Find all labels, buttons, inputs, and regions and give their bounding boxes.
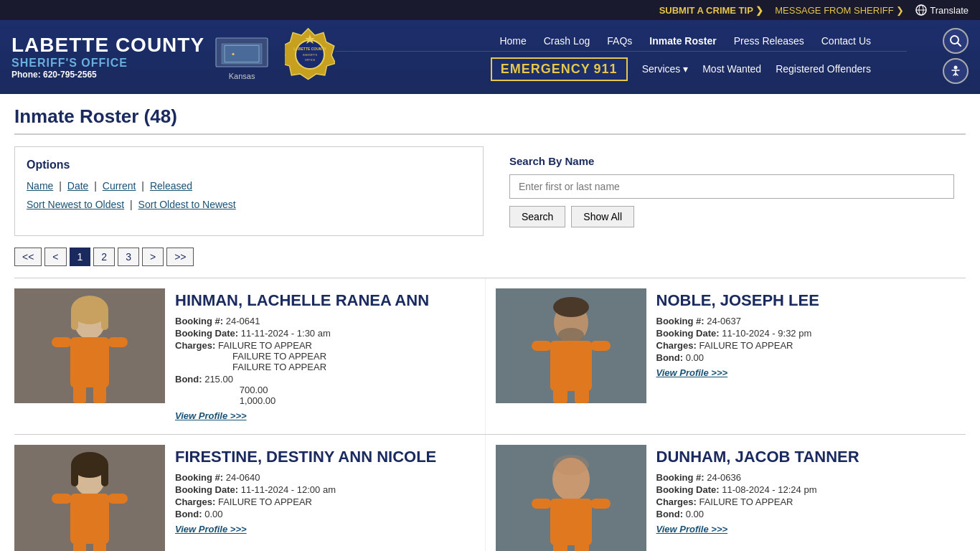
- booking-date-2: Booking Date: 11-10-2024 - 9:32 pm: [656, 328, 961, 339]
- inmate-silhouette-2: [496, 288, 646, 403]
- svg-rect-19: [70, 337, 109, 387]
- nav-press-releases[interactable]: Press Releases: [734, 35, 804, 47]
- logo-section: LABETTE COUNTY SHERIFF'S OFFICE Phone: 6…: [11, 20, 335, 94]
- bottom-nav: EMERGENCY 911 Services ▾ Most Wanted Reg…: [335, 52, 907, 87]
- view-profile-3[interactable]: View Profile >>>: [175, 524, 247, 534]
- page-last[interactable]: >>: [166, 248, 194, 266]
- page-1[interactable]: 1: [70, 248, 91, 266]
- filter-name[interactable]: Name: [27, 180, 53, 192]
- svg-rect-37: [101, 463, 108, 486]
- search-icon-button[interactable]: [943, 28, 969, 54]
- inmate-name-2: NOBLE, JOSEPH LEE: [656, 291, 961, 310]
- svg-rect-49: [553, 541, 567, 551]
- nav-crash-log[interactable]: Crash Log: [544, 35, 590, 47]
- inmate-grid: HINMAN, LACHELLE RANEA ANN Booking #: 24…: [14, 278, 966, 551]
- filter-current[interactable]: Current: [103, 180, 136, 192]
- crime-tip-link[interactable]: SUBMIT A CRIME TIP ❯: [659, 5, 764, 16]
- nav-contact-us[interactable]: Contact Us: [821, 35, 871, 47]
- sort-oldest[interactable]: Sort Oldest to Newest: [138, 199, 236, 210]
- kansas-map: Kansas: [213, 34, 270, 80]
- filter-links: Name | Date | Current | Released: [27, 180, 471, 192]
- phone: Phone: 620-795-2565: [11, 70, 204, 80]
- search-button[interactable]: Search: [509, 206, 565, 227]
- page-prev[interactable]: <: [44, 248, 66, 266]
- show-all-button[interactable]: Show All: [571, 206, 634, 227]
- nav-inmate-roster[interactable]: Inmate Roster: [649, 35, 716, 47]
- inmate-pair-1: HINMAN, LACHELLE RANEA ANN Booking #: 24…: [14, 278, 966, 434]
- svg-rect-28: [550, 341, 592, 391]
- view-profile-4[interactable]: View Profile >>>: [656, 524, 728, 534]
- page-next[interactable]: >: [142, 248, 164, 266]
- search-input[interactable]: [509, 174, 954, 199]
- inmate-photo-2: [496, 288, 646, 403]
- booking-date-4: Booking Date: 11-08-2024 - 12:24 pm: [656, 484, 961, 495]
- booking-num-2: Booking #: 24-0637: [656, 316, 961, 326]
- svg-rect-22: [73, 383, 86, 403]
- inmate-card-3: FIRESTINE, DESTINY ANN NICOLE Booking #:…: [14, 435, 485, 551]
- charges-1: Charges: FAILURE TO APPEAR FAILURE TO AP…: [175, 340, 479, 372]
- search-title: Search By Name: [509, 155, 954, 167]
- svg-point-45: [553, 455, 589, 475]
- svg-rect-30: [590, 341, 611, 351]
- inmate-info-1: HINMAN, LACHELLE RANEA ANN Booking #: 24…: [175, 288, 479, 424]
- badge-svg: LABETTE COUNTY SHERIFF'S OFFICE: [285, 27, 335, 85]
- svg-rect-20: [52, 337, 72, 347]
- emergency-number: 911: [594, 62, 618, 76]
- inmate-info-4: DUNHAM, JACOB TANNER Booking #: 24-0636 …: [656, 445, 961, 551]
- kansas-map-svg: [213, 34, 270, 70]
- svg-text:SHERIFF'S: SHERIFF'S: [303, 53, 318, 57]
- charges-3: Charges: FAILURE TO APPEAR: [175, 496, 479, 507]
- svg-text:OFFICE: OFFICE: [305, 58, 316, 62]
- svg-rect-46: [550, 499, 592, 545]
- inmate-pair-2: FIRESTINE, DESTINY ANN NICOLE Booking #:…: [14, 434, 966, 551]
- svg-point-13: [954, 65, 958, 69]
- filter-date[interactable]: Date: [67, 180, 89, 192]
- view-profile-2[interactable]: View Profile >>>: [656, 367, 728, 378]
- booking-date-1: Booking Date: 11-11-2024 - 1:30 am: [175, 328, 479, 339]
- bond-3: Bond: 0.00: [175, 509, 479, 519]
- booking-num-3: Booking #: 24-0640: [175, 472, 479, 483]
- sort-newest[interactable]: Sort Newest to Oldest: [27, 199, 124, 210]
- svg-rect-48: [590, 499, 611, 509]
- nav-most-wanted[interactable]: Most Wanted: [702, 63, 761, 75]
- main-nav: Home Crash Log FAQs Inmate Roster Press …: [335, 28, 969, 87]
- crime-tip-text: SUBMIT A CRIME TIP ❯: [659, 5, 764, 16]
- county-name: LABETTE COUNTY: [11, 34, 204, 57]
- inmate-info-2: NOBLE, JOSEPH LEE Booking #: 24-0637 Boo…: [656, 288, 961, 424]
- svg-point-26: [553, 297, 589, 317]
- page-first[interactable]: <<: [14, 248, 42, 266]
- globe-icon: [915, 4, 927, 16]
- accessibility-icon-button[interactable]: [943, 58, 969, 84]
- logo-text: LABETTE COUNTY SHERIFF'S OFFICE Phone: 6…: [11, 34, 204, 80]
- inmate-photo-4: [496, 445, 646, 551]
- charges-4: Charges: FAILURE TO APPEAR: [656, 496, 961, 507]
- nav-faqs[interactable]: FAQs: [607, 35, 632, 47]
- svg-rect-17: [71, 309, 78, 330]
- inmate-card-4: DUNHAM, JACOB TANNER Booking #: 24-0636 …: [485, 435, 966, 551]
- svg-rect-23: [93, 383, 106, 403]
- page-3[interactable]: 3: [118, 248, 139, 266]
- nav-services[interactable]: Services ▾: [642, 63, 689, 75]
- svg-rect-41: [73, 540, 86, 551]
- inmate-card-2: NOBLE, JOSEPH LEE Booking #: 24-0637 Boo…: [485, 278, 966, 434]
- filter-released[interactable]: Released: [150, 180, 192, 192]
- nav-home[interactable]: Home: [499, 35, 526, 47]
- options-box: Options Name | Date | Current | Released…: [14, 146, 484, 236]
- bond-4: Bond: 0.00: [656, 509, 961, 519]
- options-search-row: Options Name | Date | Current | Released…: [14, 146, 966, 236]
- sheriff-msg-link[interactable]: Message From SHERIFF ❯: [775, 5, 904, 16]
- translate-button[interactable]: Translate: [915, 4, 969, 16]
- nav-registered-offenders[interactable]: Registered Offenders: [776, 63, 871, 75]
- emergency-badge: EMERGENCY 911: [491, 57, 628, 81]
- view-profile-1[interactable]: View Profile >>>: [175, 410, 247, 421]
- page-title: Inmate Roster (48): [14, 105, 966, 135]
- inmate-name-4: DUNHAM, JACOB TANNER: [656, 448, 961, 466]
- page-2[interactable]: 2: [93, 248, 115, 266]
- sheriff-badge: LABETTE COUNTY SHERIFF'S OFFICE: [285, 27, 335, 87]
- svg-rect-32: [575, 387, 589, 403]
- accessibility-icon: [949, 65, 962, 77]
- svg-rect-36: [71, 463, 78, 486]
- search-icon: [949, 34, 962, 47]
- svg-point-27: [558, 328, 584, 342]
- svg-rect-29: [532, 341, 552, 351]
